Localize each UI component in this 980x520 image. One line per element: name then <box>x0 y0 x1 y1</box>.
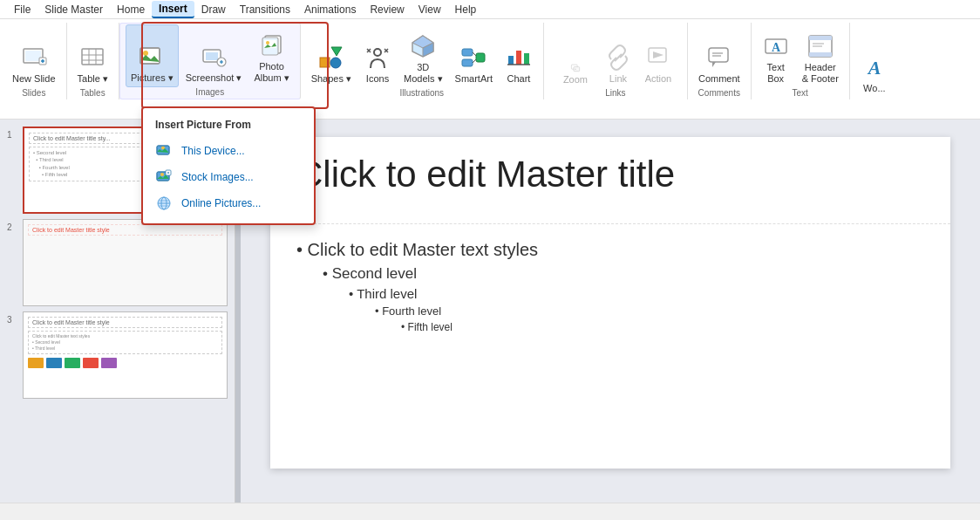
online-pictures-item[interactable]: Online Pictures... <box>143 190 314 216</box>
pictures-icon <box>138 43 166 71</box>
ribbon: New Slide Slides Table ▾ Ta <box>0 19 980 120</box>
new-slide-label: New Slide <box>12 73 56 85</box>
this-device-label: This Device... <box>181 145 245 157</box>
stock-images-item[interactable]: Stock Images... <box>143 164 314 190</box>
slide-title-text: Click to edit Master title <box>296 154 924 195</box>
slide3-title-preview: Click to edit Master title style <box>28 317 222 328</box>
online-pictures-icon <box>155 195 173 212</box>
chart-button[interactable]: Chart <box>500 25 538 88</box>
svg-rect-52 <box>809 52 832 57</box>
icons-button[interactable]: Icons <box>358 25 397 88</box>
ribbon-buttons-text: A TextBox Header& Footer <box>757 23 844 88</box>
table-button[interactable]: Table ▾ <box>72 25 113 88</box>
chart-icon <box>505 44 533 72</box>
table-icon <box>78 44 106 72</box>
bullet-l4: • Fourth level <box>375 304 924 318</box>
slide-preview-2[interactable]: Click to edit Master title style <box>23 219 228 306</box>
action-button[interactable]: Action <box>639 25 677 88</box>
text-box-button[interactable]: A TextBox <box>757 25 795 88</box>
bullet-l5: • Fifth level <box>401 321 924 333</box>
svg-rect-14 <box>206 52 218 60</box>
svg-marker-45 <box>712 62 716 67</box>
smartart-label: SmartArt <box>455 73 493 85</box>
icons-label: Icons <box>366 73 389 85</box>
zoom-button[interactable]: + Zoom <box>554 60 597 88</box>
shapes-icon <box>317 44 345 72</box>
text-box-label: TextBox <box>767 62 785 85</box>
svg-rect-1 <box>25 51 41 61</box>
wordart-icon: A <box>861 53 888 81</box>
slides-group-label: Slides <box>22 88 45 99</box>
stock-images-icon <box>155 168 173 186</box>
menu-animations[interactable]: Animations <box>297 2 363 17</box>
menu-transitions[interactable]: Transitions <box>233 2 297 17</box>
menu-file[interactable]: File <box>7 2 37 17</box>
online-pictures-label: Online Pictures... <box>181 197 261 209</box>
svg-text:+: + <box>575 67 576 71</box>
svg-rect-29 <box>462 49 473 56</box>
new-slide-button[interactable]: New Slide <box>7 25 61 88</box>
new-slide-icon <box>20 44 48 72</box>
menu-draw[interactable]: Draw <box>194 2 233 17</box>
menu-insert[interactable]: Insert <box>152 1 194 18</box>
menu-review[interactable]: Review <box>363 2 411 17</box>
svg-rect-51 <box>809 36 832 40</box>
zoom-icon: + <box>563 63 588 73</box>
slide-num-3: 3 <box>7 311 19 325</box>
svg-rect-31 <box>476 53 485 62</box>
header-footer-label: Header& Footer <box>802 62 839 85</box>
status-bar <box>0 503 980 520</box>
slide3-body-preview: Click to edit Master text styles• Second… <box>28 331 222 354</box>
3d-models-button[interactable]: 3DModels ▾ <box>398 25 448 88</box>
ribbon-content: New Slide Slides Table ▾ Ta <box>0 19 980 119</box>
icons-icon <box>364 44 391 72</box>
dropdown-title: Insert Picture From <box>143 115 314 138</box>
tables-group-label: Tables <box>80 88 105 99</box>
header-footer-icon <box>806 32 834 60</box>
menu-home[interactable]: Home <box>110 2 152 17</box>
svg-line-32 <box>473 52 476 56</box>
screenshot-icon <box>200 43 228 71</box>
pictures-button[interactable]: Pictures ▾ <box>126 24 179 87</box>
comment-button[interactable]: Comment <box>693 25 745 88</box>
smartart-button[interactable]: SmartArt <box>450 25 498 88</box>
link-button[interactable]: Link <box>599 25 637 88</box>
this-device-item[interactable]: This Device... <box>143 138 314 164</box>
menu-slide-master[interactable]: Slide Master <box>37 2 110 17</box>
this-device-icon <box>155 142 173 160</box>
menu-help[interactable]: Help <box>448 2 484 17</box>
svg-rect-5 <box>82 49 103 65</box>
svg-rect-35 <box>516 51 521 65</box>
screenshot-label: Screenshot ▾ <box>186 72 242 84</box>
header-footer-button[interactable]: Header& Footer <box>797 25 844 88</box>
ribbon-buttons-links: + Zoom Link Ac <box>554 23 677 88</box>
svg-point-23 <box>330 58 341 68</box>
ribbon-buttons-slides: New Slide <box>7 23 61 88</box>
svg-rect-22 <box>320 58 330 67</box>
zoom-label: Zoom <box>563 74 588 86</box>
photo-album-label: PhotoAlbum ▾ <box>254 61 289 84</box>
slide-thumb-2: 2 Click to edit Master title style <box>0 219 235 306</box>
wordart-button[interactable]: A Wo... <box>855 35 894 98</box>
comments-group-label: Comments <box>698 88 740 99</box>
photo-album-icon <box>258 31 286 59</box>
shapes-button[interactable]: Shapes ▾ <box>306 25 357 88</box>
slide-preview-3[interactable]: Click to edit Master title style Click t… <box>23 311 228 399</box>
stock-images-label: Stock Images... <box>181 171 254 183</box>
action-label: Action <box>645 73 672 85</box>
comment-icon <box>705 44 733 72</box>
svg-rect-44 <box>709 48 728 62</box>
ribbon-buttons-tables: Table ▾ <box>72 23 113 88</box>
text-box-icon: A <box>762 32 790 60</box>
menu-bar: File Slide Master Home Insert Draw Trans… <box>0 0 980 19</box>
ribbon-buttons-illustrations: Shapes ▾ Icons <box>306 23 538 88</box>
svg-point-25 <box>374 49 381 56</box>
ribbon-buttons-images: Pictures ▾ Screenshot ▾ <box>126 24 295 87</box>
links-group-label: Links <box>605 88 625 99</box>
bullet-l1: • Click to edit Master text styles <box>296 240 924 260</box>
slide-num-2: 2 <box>7 219 19 232</box>
menu-view[interactable]: View <box>412 2 448 17</box>
photo-album-button[interactable]: PhotoAlbum ▾ <box>248 24 294 87</box>
screenshot-button[interactable]: Screenshot ▾ <box>180 24 248 87</box>
svg-line-33 <box>473 59 476 63</box>
